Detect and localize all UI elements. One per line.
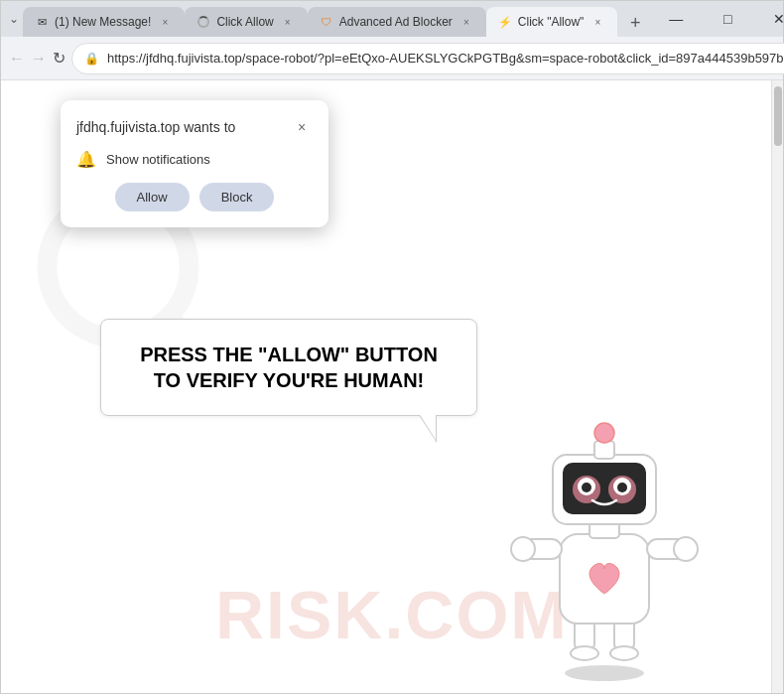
tab-bar: ✉ (1) New Message! × Click Allow × 🛡 Adv… [23,1,649,37]
tab-advanced-ad-blocker[interactable]: 🛡 Advanced Ad Blocker × [308,7,486,37]
svg-point-10 [511,537,535,561]
maximize-button[interactable]: □ [705,3,750,35]
popup-notification-label: Show notifications [106,152,210,167]
address-bar[interactable]: 🔒 https://jfdhq.fujivista.top/space-robo… [71,43,784,74]
tab-close-new-message[interactable]: × [157,14,173,30]
tab-label-advanced-ad-blocker: Advanced Ad Blocker [339,15,453,29]
tab-label-click-allow: Click Allow [216,15,273,29]
security-icon: 🔒 [84,52,99,66]
minimize-button[interactable]: — [653,3,699,35]
robot-illustration [505,405,704,663]
svg-point-22 [594,423,614,443]
tab-label-new-message: (1) New Message! [55,15,151,29]
title-bar: ⌄ ✉ (1) New Message! × Click Allow × [1,1,783,37]
svg-point-19 [582,483,591,492]
tab-favicon-bolt: ⚡ [498,15,512,29]
tab-click-allow-active[interactable]: ⚡ Click "Allow" × [486,7,618,37]
speech-bubble: PRESS THE "ALLOW" BUTTON TO VERIFY YOU'R… [100,319,477,416]
tab-new-message[interactable]: ✉ (1) New Message! × [23,7,185,37]
forward-button[interactable]: → [31,44,47,73]
url-text: https://jfdhq.fujivista.top/space-robot/… [107,51,784,66]
bell-icon: 🔔 [76,150,96,169]
reload-button[interactable]: ↻ [53,44,65,73]
popup-notification-row: 🔔 Show notifications [76,150,313,169]
tab-label-click-allow-active: Click "Allow" [518,15,585,29]
browser-window: ⌄ ✉ (1) New Message! × Click Allow × [0,0,784,694]
allow-button[interactable]: Allow [115,183,190,211]
tab-list-button[interactable]: ⌄ [9,5,19,33]
window-controls: — □ ✕ [653,3,784,35]
scrollbar[interactable] [771,80,783,693]
tab-close-click-allow-active[interactable]: × [589,14,605,30]
tab-favicon-shield: 🛡 [320,15,333,29]
svg-point-6 [610,646,638,660]
toolbar: ← → ↻ 🔒 https://jfdhq.fujivista.top/spac… [1,37,783,80]
scrollbar-thumb[interactable] [774,86,782,146]
tab-click-allow[interactable]: Click Allow × [185,7,307,37]
tab-favicon-loading [196,15,210,29]
block-button[interactable]: Block [199,183,275,211]
tab-favicon-mail: ✉ [35,15,49,29]
svg-point-20 [617,483,627,492]
speech-text: PRESS THE "ALLOW" BUTTON TO VERIFY YOU'R… [140,344,438,391]
notification-popup: jfdhq.fujivista.top wants to × 🔔 Show no… [61,100,328,227]
new-tab-button[interactable]: + [621,9,649,37]
popup-close-button[interactable]: × [291,116,313,138]
tab-close-advanced-ad-blocker[interactable]: × [458,14,474,30]
robot-svg [505,405,704,683]
page-content: RISK.COM jfdhq.fujivista.top wants to × … [1,80,783,693]
svg-point-11 [674,537,698,561]
popup-header: jfdhq.fujivista.top wants to × [76,116,313,138]
tab-close-click-allow[interactable]: × [280,14,296,30]
close-button[interactable]: ✕ [756,3,784,35]
svg-point-5 [571,646,598,660]
back-button[interactable]: ← [9,44,25,73]
svg-point-2 [565,665,644,681]
speech-area: PRESS THE "ALLOW" BUTTON TO VERIFY YOU'R… [100,319,477,416]
popup-title: jfdhq.fujivista.top wants to [76,119,235,135]
popup-buttons: Allow Block [76,183,313,211]
